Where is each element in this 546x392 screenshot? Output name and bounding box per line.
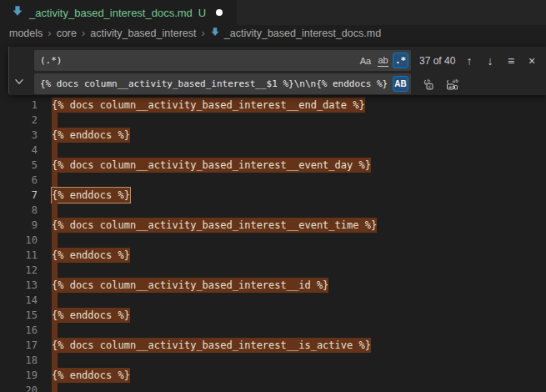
code-line[interactable]: 9{% docs column__activity_based_interest… [0, 218, 546, 233]
find-match-highlight-empty [52, 353, 58, 368]
search-input[interactable] [34, 55, 356, 66]
find-match-current: {% enddocs %} [52, 188, 130, 203]
code-editor[interactable]: 1{% docs column__activity_based_interest… [0, 98, 546, 392]
breadcrumb-item-core[interactable]: core [57, 28, 77, 39]
git-status-badge: U [198, 7, 206, 19]
code-line[interactable]: 20 [0, 383, 546, 392]
find-match-highlight: {% docs column__activity_based_interest_… [52, 218, 377, 233]
find-match-highlight-empty [52, 113, 58, 128]
find-match-highlight: {% enddocs %} [52, 248, 130, 263]
line-content[interactable] [52, 143, 58, 158]
line-content[interactable] [52, 113, 58, 128]
line-content[interactable] [52, 263, 58, 278]
next-match-button[interactable]: ↓ [481, 52, 499, 70]
code-line[interactable]: 6 [0, 173, 546, 188]
line-number: 10 [0, 233, 38, 248]
line-number: 13 [0, 278, 38, 293]
line-content[interactable]: {% enddocs %} [52, 188, 130, 203]
line-content[interactable] [52, 293, 58, 308]
svg-text:ac: ac [448, 84, 453, 89]
find-match-highlight-empty [52, 173, 58, 188]
svg-text:c: c [428, 83, 431, 88]
regex-toggle[interactable]: .* [393, 53, 408, 68]
line-number: 8 [0, 203, 38, 218]
line-number: 18 [0, 353, 38, 368]
search-input-box: Aa ab .* [34, 50, 411, 71]
breadcrumb-item-models[interactable]: models [9, 28, 43, 39]
code-line[interactable]: 1{% docs column__activity_based_interest… [0, 98, 546, 113]
line-content[interactable]: {% enddocs %} [52, 368, 130, 383]
whole-word-toggle[interactable]: ab [375, 53, 391, 68]
line-content[interactable]: {% docs column__activity_based_interest_… [52, 158, 371, 173]
line-content[interactable] [52, 353, 58, 368]
line-content[interactable] [52, 173, 58, 188]
find-actions: ↑ ↓ ≡ × [458, 52, 541, 70]
replace-input-box: AB [34, 73, 411, 94]
code-line[interactable]: 15{% enddocs %} [0, 308, 546, 323]
find-match-highlight: {% docs column__activity_based_interest_… [52, 158, 371, 173]
code-line[interactable]: 18 [0, 353, 546, 368]
code-line[interactable]: 4 [0, 143, 546, 158]
line-content[interactable] [52, 323, 58, 338]
preserve-case-toggle[interactable]: AB [393, 76, 408, 92]
breadcrumb-item-file[interactable]: _activity_based_interest_docs.md [224, 28, 381, 39]
editor-tab[interactable]: _activity_based_interest_docs.md U [0, 0, 237, 25]
find-row: Aa ab .* 37 of 40 ↑ ↓ ≡ × [34, 50, 541, 71]
replace-all-button[interactable]: ab ac [443, 75, 461, 93]
line-number: 1 [0, 98, 38, 113]
line-content[interactable] [52, 233, 58, 248]
close-find-widget-button[interactable]: × [523, 52, 541, 70]
find-match-highlight: {% docs column__activity_based_interest_… [52, 338, 371, 353]
chevron-right-icon: › [201, 27, 204, 39]
breadcrumb-item-activity-based-interest[interactable]: activity_based_interest [90, 28, 196, 39]
find-match-highlight-empty [52, 383, 58, 392]
line-number: 9 [0, 218, 38, 233]
line-content[interactable] [52, 383, 58, 392]
find-match-highlight-empty [52, 233, 58, 248]
previous-match-button[interactable]: ↑ [460, 52, 478, 70]
line-number: 12 [0, 263, 38, 278]
code-line[interactable]: 7{% enddocs %} [0, 188, 546, 203]
code-line[interactable]: 11{% enddocs %} [0, 248, 546, 263]
line-content[interactable]: {% docs column__activity_based_interest_… [52, 98, 365, 113]
find-match-highlight-empty [52, 323, 58, 338]
line-number: 7 [0, 188, 38, 203]
code-line[interactable]: 8 [0, 203, 546, 218]
find-match-highlight-empty [52, 143, 58, 158]
code-line[interactable]: 3{% enddocs %} [0, 128, 546, 143]
find-match-highlight: {% docs column__activity_based_interest_… [52, 98, 365, 113]
code-line[interactable]: 5{% docs column__activity_based_interest… [0, 158, 546, 173]
line-content[interactable]: {% enddocs %} [52, 248, 130, 263]
line-number: 6 [0, 173, 38, 188]
line-content[interactable]: {% enddocs %} [52, 128, 130, 143]
code-line[interactable]: 14 [0, 293, 546, 308]
line-number: 11 [0, 248, 38, 263]
replace-input[interactable] [34, 78, 391, 89]
toggle-replace-chevron-icon[interactable] [12, 74, 27, 89]
line-content[interactable] [52, 203, 58, 218]
code-line[interactable]: 10 [0, 233, 546, 248]
find-widget: Aa ab .* 37 of 40 ↑ ↓ ≡ × AB b c [8, 47, 546, 95]
results-count: 37 of 40 [419, 55, 455, 67]
line-content[interactable]: {% docs column__activity_based_interest_… [52, 218, 377, 233]
find-in-selection-button[interactable]: ≡ [502, 52, 520, 70]
code-line[interactable]: 16 [0, 323, 546, 338]
line-content[interactable]: {% docs column__activity_based_interest_… [52, 278, 328, 293]
code-line[interactable]: 13{% docs column__activity_based_interes… [0, 278, 546, 293]
chevron-right-icon: › [48, 27, 51, 39]
code-line[interactable]: 17{% docs column__activity_based_interes… [0, 338, 546, 353]
code-line[interactable]: 12 [0, 263, 546, 278]
line-content[interactable]: {% docs column__activity_based_interest_… [52, 338, 371, 353]
code-line[interactable]: 2 [0, 113, 546, 128]
chevron-right-icon: › [82, 27, 85, 39]
tab-bar: _activity_based_interest_docs.md U [0, 0, 546, 25]
find-match-highlight: {% enddocs %} [52, 368, 130, 383]
find-match-highlight: {% docs column__activity_based_interest_… [52, 278, 328, 293]
code-line[interactable]: 19{% enddocs %} [0, 368, 546, 383]
line-content[interactable]: {% enddocs %} [52, 308, 130, 323]
unsaved-dot-icon[interactable] [216, 9, 223, 16]
replace-one-button[interactable]: b c [419, 75, 438, 93]
match-case-toggle[interactable]: Aa [358, 53, 373, 68]
line-number: 4 [0, 143, 38, 158]
tab-title: _activity_based_interest_docs.md [29, 7, 193, 19]
